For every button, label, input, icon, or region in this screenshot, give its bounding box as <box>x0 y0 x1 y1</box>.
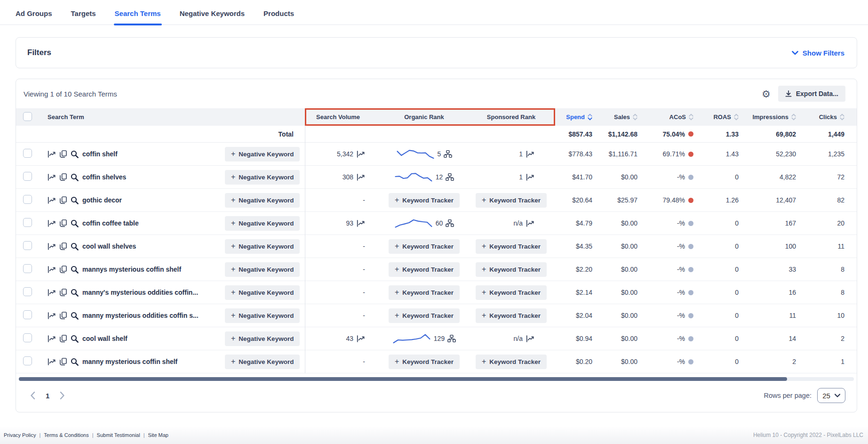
search-volume-trend-icon[interactable] <box>357 335 365 342</box>
row-checkbox[interactable] <box>23 333 32 342</box>
add-negative-keyword-button[interactable]: +Negative Keyword <box>225 147 300 161</box>
tab-targets[interactable]: Targets <box>71 9 96 24</box>
keyword-tracker-button[interactable]: +Keyword Tracker <box>476 308 547 323</box>
gear-icon[interactable]: ⚙ <box>762 89 771 99</box>
footer-link-terms-conditions[interactable]: Terms & Conditions <box>44 432 88 438</box>
select-all-checkbox[interactable] <box>23 112 32 121</box>
add-negative-keyword-button[interactable]: +Negative Keyword <box>225 193 300 208</box>
term-chart-icon[interactable] <box>48 266 56 273</box>
search-icon[interactable] <box>71 312 79 320</box>
keyword-tracker-button[interactable]: +Keyword Tracker <box>389 193 460 208</box>
add-negative-keyword-button[interactable]: +Negative Keyword <box>225 355 300 369</box>
add-negative-keyword-button[interactable]: +Negative Keyword <box>225 262 300 277</box>
page-number[interactable]: 1 <box>46 392 49 400</box>
keyword-tracker-button[interactable]: +Keyword Tracker <box>389 262 460 277</box>
copy-icon[interactable] <box>60 242 67 250</box>
term-chart-icon[interactable] <box>48 243 56 250</box>
term-chart-icon[interactable] <box>48 174 56 181</box>
row-checkbox[interactable] <box>23 287 32 296</box>
footer-link-submit-testimonial[interactable]: Submit Testimonial <box>97 432 140 438</box>
sponsored-rank-trend-icon[interactable] <box>526 220 534 227</box>
search-volume-trend-icon[interactable] <box>357 174 365 181</box>
add-negative-keyword-button[interactable]: +Negative Keyword <box>225 239 300 254</box>
copy-icon[interactable] <box>60 196 67 204</box>
term-chart-icon[interactable] <box>48 312 56 319</box>
add-negative-keyword-button[interactable]: +Negative Keyword <box>225 308 300 323</box>
search-icon[interactable] <box>71 289 79 297</box>
keyword-tracker-button[interactable]: +Keyword Tracker <box>476 262 547 277</box>
keyword-tracker-button[interactable]: +Keyword Tracker <box>389 239 460 254</box>
search-icon[interactable] <box>71 358 79 366</box>
column-header-spend[interactable]: Spend <box>545 113 592 121</box>
search-icon[interactable] <box>71 242 79 250</box>
search-volume-trend-icon[interactable] <box>357 151 365 158</box>
add-negative-keyword-button[interactable]: +Negative Keyword <box>225 170 300 185</box>
copy-icon[interactable] <box>60 335 67 342</box>
rows-per-page-select[interactable]: 25 <box>817 388 845 403</box>
row-checkbox[interactable] <box>23 264 32 273</box>
column-header-sales[interactable]: Sales <box>592 113 637 121</box>
tab-products[interactable]: Products <box>263 9 294 24</box>
total-impressions: 69,802 <box>739 130 796 138</box>
term-chart-icon[interactable] <box>48 289 56 296</box>
footer-link-site-map[interactable]: Site Map <box>148 432 168 438</box>
search-icon[interactable] <box>71 150 79 158</box>
search-icon[interactable] <box>71 196 79 204</box>
add-negative-keyword-button[interactable]: +Negative Keyword <box>225 216 300 231</box>
keyword-tracker-button[interactable]: +Keyword Tracker <box>389 285 460 300</box>
row-checkbox[interactable] <box>23 172 32 181</box>
rank-tracker-icon[interactable] <box>447 335 456 342</box>
footer-link-privacy-policy[interactable]: Privacy Policy <box>4 432 36 438</box>
term-chart-icon[interactable] <box>48 197 56 204</box>
rank-tracker-icon[interactable] <box>446 173 454 181</box>
column-header-roas[interactable]: ROAS <box>693 113 739 121</box>
sponsored-rank-trend-icon[interactable] <box>526 335 534 342</box>
chevron-down-icon <box>835 394 840 397</box>
copy-icon[interactable] <box>60 312 67 319</box>
add-negative-keyword-button[interactable]: +Negative Keyword <box>225 331 300 346</box>
keyword-tracker-button[interactable]: +Keyword Tracker <box>476 193 547 208</box>
sponsored-rank-trend-icon[interactable] <box>526 174 534 181</box>
copy-icon[interactable] <box>60 150 67 158</box>
search-volume-trend-icon[interactable] <box>357 220 365 227</box>
keyword-tracker-button[interactable]: +Keyword Tracker <box>476 239 547 254</box>
export-data-button[interactable]: Export Data... <box>778 86 845 102</box>
term-chart-icon[interactable] <box>48 358 56 365</box>
row-checkbox[interactable] <box>23 241 32 250</box>
copy-icon[interactable] <box>60 358 67 365</box>
term-chart-icon[interactable] <box>48 220 56 227</box>
prev-page-button[interactable] <box>30 391 35 400</box>
keyword-tracker-button[interactable]: +Keyword Tracker <box>476 285 547 300</box>
keyword-tracker-button[interactable]: +Keyword Tracker <box>389 308 460 323</box>
sponsored-rank-trend-icon[interactable] <box>526 151 534 158</box>
copy-icon[interactable] <box>60 289 67 296</box>
column-header-acos[interactable]: ACoS <box>637 113 693 121</box>
row-checkbox[interactable] <box>23 310 32 319</box>
search-icon[interactable] <box>71 266 79 274</box>
keyword-tracker-button[interactable]: +Keyword Tracker <box>476 355 547 369</box>
next-page-button[interactable] <box>60 391 65 400</box>
row-checkbox[interactable] <box>23 149 32 158</box>
row-checkbox[interactable] <box>23 195 32 204</box>
add-negative-keyword-button[interactable]: +Negative Keyword <box>225 285 300 300</box>
search-icon[interactable] <box>71 219 79 227</box>
rank-tracker-icon[interactable] <box>444 150 452 158</box>
row-checkbox[interactable] <box>23 218 32 227</box>
copy-icon[interactable] <box>60 173 67 181</box>
tab-negative-keywords[interactable]: Negative Keywords <box>180 9 245 24</box>
column-header-clicks[interactable]: Clicks <box>796 113 844 121</box>
term-chart-icon[interactable] <box>48 335 56 342</box>
row-checkbox[interactable] <box>23 356 32 365</box>
search-icon[interactable] <box>71 335 79 343</box>
term-chart-icon[interactable] <box>48 151 56 158</box>
copy-icon[interactable] <box>60 219 67 227</box>
column-header-impressions[interactable]: Impressions <box>739 113 796 121</box>
horizontal-scrollbar-thumb[interactable] <box>19 377 787 381</box>
keyword-tracker-button[interactable]: +Keyword Tracker <box>389 355 460 369</box>
tab-search-terms[interactable]: Search Terms <box>115 9 161 24</box>
tab-ad-groups[interactable]: Ad Groups <box>16 9 52 24</box>
show-filters-button[interactable]: Show Filters <box>792 49 844 57</box>
copy-icon[interactable] <box>60 266 67 273</box>
search-icon[interactable] <box>71 173 79 181</box>
rank-tracker-icon[interactable] <box>446 219 454 227</box>
